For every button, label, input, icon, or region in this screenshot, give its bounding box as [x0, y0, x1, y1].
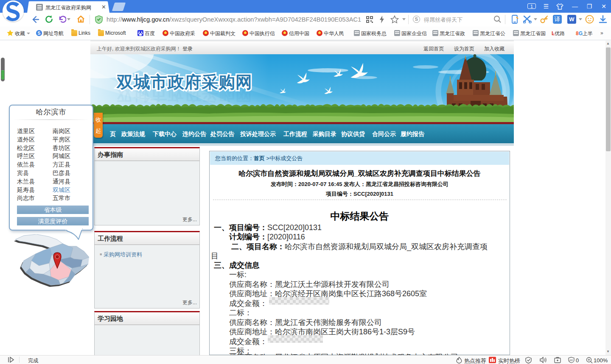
svg-text:AD: AD — [569, 359, 573, 361]
svg-text:双城市政府采购网: 双城市政府采购网 — [116, 73, 252, 91]
